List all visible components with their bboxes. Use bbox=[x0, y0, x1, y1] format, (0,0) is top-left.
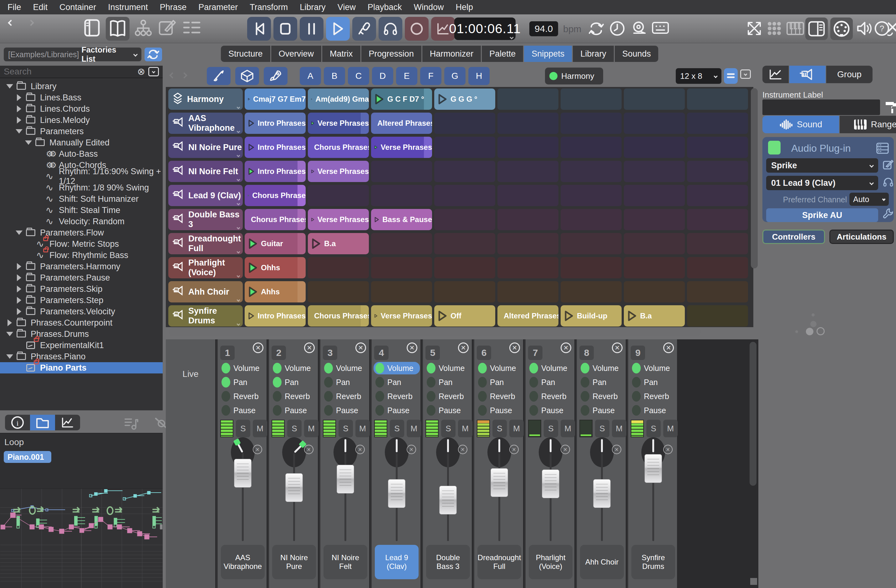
snippet-cell-empty[interactable] bbox=[434, 113, 495, 134]
channel-close-icon[interactable]: ✕ bbox=[355, 343, 366, 353]
preferred-channel-select[interactable]: Auto bbox=[849, 193, 889, 206]
snippet-cell-empty[interactable] bbox=[497, 137, 558, 158]
snippet-cell-empty[interactable] bbox=[497, 185, 558, 206]
tree-item[interactable]: ∿Rhythm: 1/16:90% Swing + 1/12 bbox=[0, 171, 163, 182]
piano-keyboard-icon[interactable] bbox=[786, 21, 805, 36]
snippet-letter-H[interactable]: H bbox=[468, 67, 490, 85]
horizontal-scrollbar[interactable] bbox=[169, 328, 701, 336]
channel-close-icon[interactable]: ✕ bbox=[458, 343, 469, 353]
snippet-cell-empty[interactable] bbox=[434, 161, 495, 182]
tab-snippets[interactable]: Snippets bbox=[524, 46, 572, 62]
record-audio-button[interactable] bbox=[405, 17, 428, 41]
toggle-reverb[interactable]: Reverb bbox=[271, 390, 317, 402]
tree-arrow-down-icon[interactable] bbox=[14, 230, 24, 235]
grid-size-select[interactable]: 12 x 8 bbox=[676, 68, 721, 84]
edit-plugin-icon[interactable] bbox=[882, 160, 894, 171]
toggle-pan[interactable]: Pan bbox=[527, 376, 574, 388]
tree-item[interactable]: Library bbox=[0, 81, 163, 92]
tree-item[interactable]: ∿Shift: Steal Time bbox=[0, 204, 163, 216]
snippet-cell-empty[interactable] bbox=[371, 161, 432, 182]
menu-item-transform[interactable]: Transform bbox=[250, 3, 288, 12]
snippet-cell-empty[interactable] bbox=[371, 257, 432, 278]
tree-arrow-right-icon[interactable] bbox=[14, 263, 24, 270]
library-selector[interactable]: [Examples/Libraries] Factories List bbox=[4, 47, 142, 61]
rack-icon[interactable] bbox=[876, 142, 890, 154]
toggle-reverb[interactable]: Reverb bbox=[476, 390, 523, 402]
dice-tool-button[interactable] bbox=[235, 67, 259, 85]
mute-button[interactable]: M bbox=[304, 420, 318, 437]
snippet-cell-empty[interactable] bbox=[687, 233, 748, 254]
stop-button[interactable] bbox=[273, 17, 297, 41]
toggle-reverb[interactable]: Reverb bbox=[425, 390, 471, 402]
snippet-cell[interactable]: Intro Phrases bbox=[245, 305, 306, 326]
snippet-cell[interactable]: Off bbox=[434, 305, 495, 326]
tree-item[interactable]: Parameters bbox=[0, 126, 163, 137]
toggle-reverb[interactable]: Reverb bbox=[322, 390, 369, 402]
plugin-select[interactable]: Sprike bbox=[766, 158, 878, 173]
snippet-cell-empty[interactable] bbox=[687, 257, 748, 278]
menu-item-edit[interactable]: Edit bbox=[33, 3, 48, 12]
snippet-row-label[interactable]: Pharlight (Voice) bbox=[168, 257, 243, 278]
toggle-reverb[interactable]: Reverb bbox=[527, 390, 574, 402]
fader-reset-icon[interactable]: ✕ bbox=[458, 445, 468, 454]
play-icon[interactable] bbox=[311, 166, 314, 177]
snippet-cell-empty[interactable] bbox=[308, 185, 369, 206]
tree-item[interactable]: ∿Velocity: Random bbox=[0, 216, 163, 227]
snippet-row-label[interactable]: NI Noire Felt bbox=[168, 161, 243, 182]
snippet-cell[interactable]: Chorus Phrases bbox=[245, 209, 306, 230]
snippet-letter-F[interactable]: F bbox=[420, 67, 442, 85]
toggle-volume[interactable]: Volume bbox=[579, 362, 625, 375]
menu-item-phrase[interactable]: Phrase bbox=[160, 3, 187, 12]
metronome-icon[interactable] bbox=[630, 20, 647, 37]
snippet-cell[interactable]: Am(add9) Gma bbox=[308, 88, 369, 110]
snippet-cell-empty[interactable] bbox=[434, 257, 495, 278]
snippet-cell-empty[interactable] bbox=[308, 281, 369, 302]
play-active-icon[interactable] bbox=[248, 238, 258, 250]
snippet-cell[interactable]: Verse Phrases bbox=[371, 305, 432, 326]
rocket-tool-button[interactable] bbox=[264, 67, 288, 85]
channel-close-icon[interactable]: ✕ bbox=[253, 343, 264, 353]
snippet-cell[interactable]: Verse Phrases bbox=[308, 113, 369, 134]
snippet-cell[interactable]: B.a bbox=[308, 233, 369, 254]
toggle-pan[interactable]: Pan bbox=[476, 376, 523, 388]
snippet-cell-empty[interactable] bbox=[687, 281, 748, 302]
tree-item[interactable]: Parameters.Skip bbox=[0, 283, 163, 295]
snippet-cell[interactable]: B.a bbox=[624, 305, 685, 326]
tree-item[interactable]: Lines.Bass bbox=[0, 92, 163, 103]
snippet-cell-empty[interactable] bbox=[624, 185, 685, 206]
tree-item[interactable]: Parameters.Velocity bbox=[0, 306, 163, 317]
channel-close-icon[interactable]: ✕ bbox=[612, 343, 623, 353]
nav-forward-button[interactable] bbox=[29, 21, 33, 25]
play-icon[interactable] bbox=[437, 310, 447, 322]
tree-arrow-right-icon[interactable] bbox=[14, 274, 24, 281]
snippet-cell-empty[interactable] bbox=[561, 185, 622, 206]
play-icon[interactable] bbox=[374, 310, 378, 322]
search-options-icon[interactable] bbox=[148, 67, 159, 76]
toggle-pause[interactable]: Pause bbox=[476, 404, 523, 417]
folder-tab-button[interactable] bbox=[30, 415, 55, 430]
play-icon[interactable] bbox=[627, 310, 637, 322]
snippet-row-label[interactable]: AAS Vibraphone bbox=[168, 113, 243, 134]
toggle-volume[interactable]: Volume bbox=[476, 362, 523, 375]
tree-arrow-right-icon[interactable] bbox=[14, 105, 24, 112]
tree-item[interactable]: Piano Parts bbox=[0, 362, 163, 373]
clear-search-icon[interactable]: ⊗ bbox=[137, 67, 145, 76]
channel-name[interactable]: NI Noire Pure bbox=[272, 545, 316, 579]
play-active-icon[interactable] bbox=[374, 142, 378, 153]
play-icon[interactable] bbox=[311, 238, 321, 250]
tree-item[interactable]: ⚙⚙Auto-Bass bbox=[0, 148, 163, 160]
channel-name[interactable]: Pharlight (Voice) bbox=[529, 545, 573, 579]
menu-item-instrument[interactable]: Instrument bbox=[108, 3, 148, 12]
channel-close-icon[interactable]: ✕ bbox=[509, 343, 520, 353]
menu-item-window[interactable]: Window bbox=[414, 3, 443, 12]
snippet-cell-empty[interactable] bbox=[561, 233, 622, 254]
channel-name[interactable]: Lead 9 (Clav) bbox=[375, 545, 419, 579]
skip-start-button[interactable] bbox=[247, 17, 271, 41]
snippet-cell-empty[interactable] bbox=[308, 257, 369, 278]
toggle-pause[interactable]: Pause bbox=[322, 404, 369, 417]
mute-button[interactable]: M bbox=[407, 420, 421, 437]
channel-name[interactable]: Double Bass 3 bbox=[426, 545, 470, 579]
solo-button[interactable]: S bbox=[492, 420, 507, 437]
fader-reset-icon[interactable]: ✕ bbox=[663, 445, 673, 454]
snippet-letter-A[interactable]: A bbox=[300, 67, 321, 85]
